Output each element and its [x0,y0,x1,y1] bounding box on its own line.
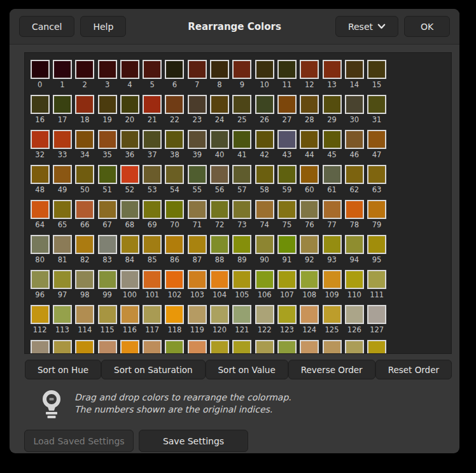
color-swatch-39[interactable] [188,130,207,149]
color-swatch-65[interactable] [53,200,72,219]
color-swatch-37[interactable] [143,130,162,149]
color-swatch-14[interactable] [345,60,364,79]
color-swatch-85[interactable] [143,235,162,254]
color-swatch-2[interactable] [75,60,94,79]
color-swatch-125[interactable] [323,305,342,324]
color-swatch-69[interactable] [143,200,162,219]
color-swatch-24[interactable] [210,95,229,114]
color-swatch-70[interactable] [165,200,184,219]
color-swatch-12[interactable] [300,60,319,79]
color-swatch-134[interactable] [165,340,184,354]
color-swatch-23[interactable] [188,95,207,114]
color-swatch-91[interactable] [277,235,297,254]
color-swatch-63[interactable] [367,165,386,184]
color-swatch-53[interactable] [143,165,162,184]
color-swatch-21[interactable] [143,95,162,114]
color-swatch-41[interactable] [232,130,251,149]
color-swatch-11[interactable] [277,60,297,79]
color-swatch-135[interactable] [188,340,207,354]
color-swatch-61[interactable] [323,165,342,184]
color-swatch-10[interactable] [255,60,274,79]
color-swatch-103[interactable] [188,270,207,289]
color-swatch-42[interactable] [255,130,274,149]
color-swatch-105[interactable] [232,270,251,289]
color-swatch-93[interactable] [323,235,342,254]
color-swatch-15[interactable] [367,60,386,79]
color-swatch-123[interactable] [277,305,297,324]
ok-button[interactable]: OK [404,16,450,37]
color-swatch-31[interactable] [367,95,386,114]
color-swatch-78[interactable] [345,200,364,219]
color-swatch-110[interactable] [345,270,364,289]
color-swatch-73[interactable] [232,200,251,219]
color-swatch-90[interactable] [255,235,274,254]
color-swatch-96[interactable] [31,270,50,289]
color-swatch-108[interactable] [300,270,319,289]
color-swatch-71[interactable] [188,200,207,219]
color-swatch-113[interactable] [53,305,72,324]
color-swatch-26[interactable] [255,95,274,114]
color-swatch-68[interactable] [120,200,139,219]
color-swatch-36[interactable] [120,130,139,149]
color-swatch-95[interactable] [367,235,386,254]
color-swatch-121[interactable] [232,305,251,324]
reset-order-button[interactable]: Reset Order [375,360,452,379]
color-swatch-59[interactable] [277,165,297,184]
color-swatch-47[interactable] [367,130,386,149]
color-swatch-136[interactable] [210,340,229,354]
color-swatch-66[interactable] [75,200,94,219]
color-swatch-116[interactable] [120,305,139,324]
color-swatch-131[interactable] [98,340,117,354]
color-swatch-120[interactable] [210,305,229,324]
color-swatch-130[interactable] [75,340,94,354]
color-swatch-5[interactable] [143,60,162,79]
color-swatch-81[interactable] [53,235,72,254]
color-swatch-27[interactable] [277,95,297,114]
color-swatch-52[interactable] [120,165,139,184]
save-settings-button[interactable]: Save Settings [139,430,248,452]
color-swatch-97[interactable] [53,270,72,289]
color-swatch-127[interactable] [367,305,386,324]
color-swatch-32[interactable] [31,130,50,149]
color-swatch-107[interactable] [277,270,297,289]
color-swatch-88[interactable] [210,235,229,254]
color-swatch-30[interactable] [345,95,364,114]
color-swatch-126[interactable] [345,305,364,324]
color-swatch-115[interactable] [98,305,117,324]
color-swatch-19[interactable] [98,95,117,114]
sort-on-saturation-button[interactable]: Sort on Saturation [101,360,205,379]
color-swatch-18[interactable] [75,95,94,114]
color-swatch-1[interactable] [53,60,72,79]
color-swatch-38[interactable] [165,130,184,149]
color-swatch-119[interactable] [188,305,207,324]
color-swatch-143[interactable] [367,340,386,354]
color-swatch-64[interactable] [31,200,50,219]
color-swatch-98[interactable] [75,270,94,289]
color-swatch-141[interactable] [323,340,342,354]
color-swatch-49[interactable] [53,165,72,184]
color-swatch-34[interactable] [75,130,94,149]
color-swatch-9[interactable] [232,60,251,79]
sort-on-value-button[interactable]: Sort on Value [206,360,288,379]
color-swatch-94[interactable] [345,235,364,254]
color-swatch-100[interactable] [120,270,139,289]
cancel-button[interactable]: Cancel [19,16,74,37]
color-swatch-54[interactable] [165,165,184,184]
color-swatch-29[interactable] [323,95,342,114]
color-swatch-35[interactable] [98,130,117,149]
color-swatch-48[interactable] [31,165,50,184]
color-swatch-60[interactable] [300,165,319,184]
color-swatch-122[interactable] [255,305,274,324]
sort-on-hue-button[interactable]: Sort on Hue [25,360,101,379]
color-swatch-138[interactable] [255,340,274,354]
color-swatch-75[interactable] [277,200,297,219]
reverse-order-button[interactable]: Reverse Order [288,360,375,379]
color-swatch-132[interactable] [120,340,139,354]
color-swatch-137[interactable] [232,340,251,354]
color-swatch-86[interactable] [165,235,184,254]
color-swatch-62[interactable] [345,165,364,184]
color-swatch-109[interactable] [323,270,342,289]
color-swatch-79[interactable] [367,200,386,219]
color-swatch-139[interactable] [277,340,297,354]
color-swatch-140[interactable] [300,340,319,354]
